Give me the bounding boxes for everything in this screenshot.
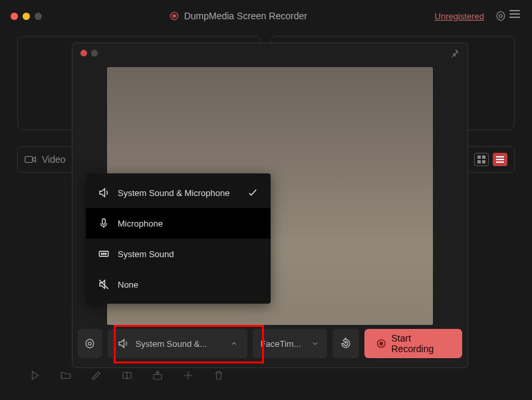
pin-icon[interactable] <box>450 49 460 58</box>
record-logo-icon <box>170 11 179 21</box>
refresh-icon <box>340 338 352 350</box>
export-icon[interactable] <box>152 369 164 381</box>
record-icon <box>376 338 386 349</box>
svg-point-3 <box>499 15 503 18</box>
reset-button[interactable] <box>332 329 359 358</box>
svg-rect-4 <box>25 157 33 163</box>
panel-close-button[interactable] <box>80 50 87 56</box>
camera-icon <box>25 155 37 164</box>
svg-rect-8 <box>482 160 485 163</box>
microphone-icon <box>98 217 110 229</box>
app-title-text: DumpMedia Screen Recorder <box>184 11 307 21</box>
speaker-icon <box>98 187 110 199</box>
view-toggle <box>474 153 507 166</box>
svg-point-18 <box>105 253 106 254</box>
gear-icon <box>84 338 96 350</box>
trash-icon[interactable] <box>213 369 225 381</box>
chevron-up-icon <box>230 340 238 348</box>
svg-rect-5 <box>477 155 481 159</box>
mute-icon <box>98 278 110 290</box>
menu-icon[interactable] <box>509 10 521 22</box>
minimize-window-button[interactable] <box>23 13 30 20</box>
add-icon[interactable] <box>182 369 194 381</box>
svg-point-16 <box>101 253 102 254</box>
grid-view-button[interactable] <box>474 153 489 166</box>
audio-option-system[interactable]: System Sound <box>86 239 271 269</box>
audio-source-menu: System Sound & Microphone Microphone Sys… <box>86 173 271 304</box>
system-sound-icon <box>98 248 110 260</box>
recorder-panel: System Sound & Microphone Microphone Sys… <box>72 43 468 368</box>
camera-selector-label: FaceTim... <box>261 339 301 349</box>
camera-source-selector[interactable]: FaceTim... <box>253 329 327 358</box>
play-icon[interactable] <box>29 369 41 381</box>
app-title: DumpMedia Screen Recorder <box>42 11 435 21</box>
svg-rect-7 <box>477 160 481 163</box>
audio-source-selector[interactable]: System Sound &... <box>108 329 247 358</box>
output-bar-label: Video <box>42 154 66 165</box>
svg-rect-10 <box>496 159 504 160</box>
svg-rect-11 <box>496 161 504 163</box>
svg-rect-14 <box>102 219 106 224</box>
panel-settings-button[interactable] <box>78 329 102 358</box>
settings-icon[interactable] <box>495 10 507 22</box>
registration-status-link[interactable]: Unregistered <box>435 11 484 21</box>
rename-icon[interactable] <box>121 369 133 381</box>
svg-rect-9 <box>496 156 504 157</box>
check-icon <box>247 187 259 199</box>
close-window-button[interactable] <box>11 13 18 20</box>
svg-point-17 <box>103 253 104 254</box>
maximize-window-button[interactable] <box>35 13 42 20</box>
menu-item-label: System Sound & Microphone <box>118 188 229 198</box>
menu-item-label: System Sound <box>118 249 174 259</box>
chevron-down-icon <box>311 340 319 348</box>
start-recording-button[interactable]: Start Recording <box>364 329 462 358</box>
svg-marker-19 <box>86 339 94 348</box>
speaker-icon <box>117 338 129 350</box>
edit-icon[interactable] <box>90 369 102 381</box>
audio-option-microphone[interactable]: Microphone <box>86 208 271 239</box>
menu-item-label: None <box>118 280 138 290</box>
control-bar: System Sound &... FaceTim... Start Recor… <box>78 326 462 361</box>
app-titlebar: DumpMedia Screen Recorder Unregistered <box>0 0 532 32</box>
panel-titlebar <box>72 43 467 63</box>
svg-rect-6 <box>482 155 485 159</box>
folder-icon[interactable] <box>60 369 72 381</box>
start-recording-label: Start Recording <box>391 333 450 354</box>
panel-minimize-button[interactable] <box>91 50 98 56</box>
window-controls <box>11 13 42 20</box>
audio-option-none[interactable]: None <box>86 269 271 300</box>
svg-point-22 <box>379 342 383 346</box>
svg-point-20 <box>88 342 92 346</box>
svg-marker-2 <box>497 11 505 21</box>
audio-selector-label: System Sound &... <box>136 339 207 349</box>
list-view-button[interactable] <box>493 153 507 166</box>
bottom-toolbar <box>29 369 225 381</box>
svg-point-1 <box>172 14 176 18</box>
menu-item-label: Microphone <box>118 219 163 229</box>
audio-option-system-and-mic[interactable]: System Sound & Microphone <box>86 177 271 208</box>
